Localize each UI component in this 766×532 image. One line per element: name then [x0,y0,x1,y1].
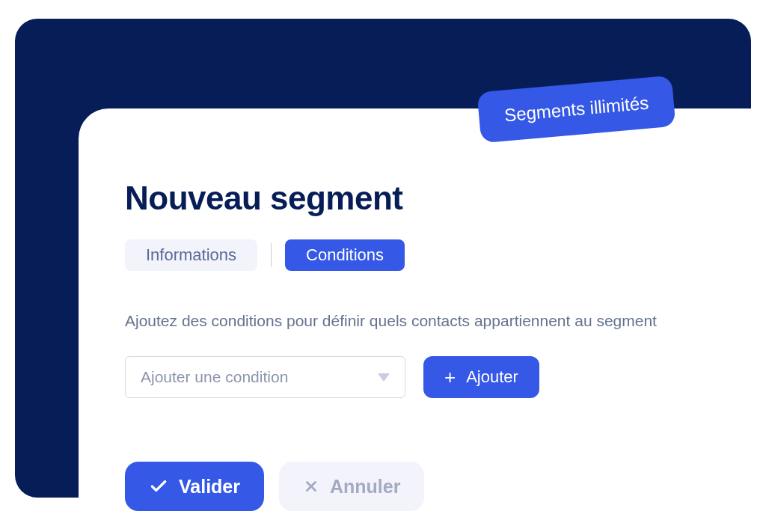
add-button-label: Ajouter [466,367,518,387]
page-title: Nouveau segment [125,180,766,217]
form-actions: Valider Annuler [125,462,766,511]
plus-icon: + [444,367,456,387]
cancel-button[interactable]: Annuler [279,462,424,511]
add-condition-select[interactable]: Ajouter une condition [125,356,405,398]
helper-text: Ajoutez des conditions pour définir quel… [125,312,766,330]
check-icon [149,477,168,496]
validate-button[interactable]: Valider [125,462,264,511]
tabs-container: Informations Conditions [125,239,766,271]
tab-informations[interactable]: Informations [125,239,257,271]
select-placeholder: Ajouter une condition [141,368,288,386]
add-button[interactable]: + Ajouter [423,356,539,398]
tab-label: Conditions [306,245,384,264]
tab-label: Informations [146,245,236,264]
condition-form-row: Ajouter une condition + Ajouter [125,356,766,398]
cancel-button-label: Annuler [330,476,400,498]
tab-divider [271,243,272,267]
close-icon [303,478,319,495]
chevron-down-icon [378,373,390,382]
tab-conditions[interactable]: Conditions [285,239,405,271]
validate-button-label: Valider [179,476,240,498]
badge-label: Segments illimités [503,93,649,126]
segment-form-card: Nouveau segment Informations Conditions … [79,108,766,532]
